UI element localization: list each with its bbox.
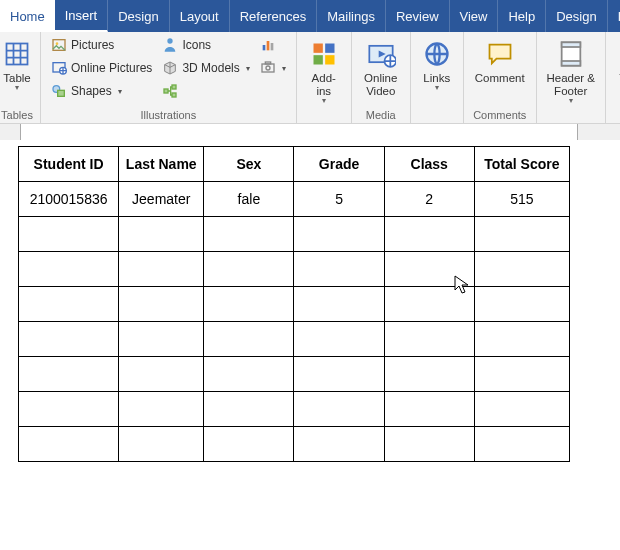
table-cell[interactable] <box>384 217 474 252</box>
tab-references[interactable]: References <box>230 0 317 32</box>
table-cell[interactable] <box>204 287 294 322</box>
pictures-button[interactable]: Pictures <box>47 34 156 56</box>
smartart-icon <box>162 83 178 99</box>
table-cell[interactable] <box>119 357 204 392</box>
table-cell[interactable] <box>294 252 384 287</box>
table-cell[interactable] <box>474 392 569 427</box>
table-cell[interactable]: 2100015836 <box>19 182 119 217</box>
table-cell[interactable] <box>474 217 569 252</box>
table-header-cell[interactable]: Total Score <box>474 147 569 182</box>
table-header-cell[interactable]: Class <box>384 147 474 182</box>
3d-models-button[interactable]: 3D Models <box>158 57 253 79</box>
group-links: Links ▾ <box>411 32 464 123</box>
online-video-button[interactable]: Online Video <box>358 34 404 109</box>
shapes-button[interactable]: Shapes <box>47 80 156 102</box>
student-table[interactable]: Student IDLast NameSexGradeClassTotal Sc… <box>18 146 570 462</box>
svg-rect-17 <box>313 44 322 53</box>
addins-button[interactable]: Add- ins ▾ <box>303 34 345 109</box>
document-area[interactable]: Student IDLast NameSexGradeClassTotal Sc… <box>0 142 620 462</box>
table-cell[interactable] <box>19 287 119 322</box>
table-cell[interactable] <box>474 287 569 322</box>
tab-insert[interactable]: Insert <box>55 0 109 32</box>
chart-button[interactable] <box>256 34 290 56</box>
table-row[interactable] <box>19 322 570 357</box>
table-cell[interactable]: fale <box>204 182 294 217</box>
3d-models-label: 3D Models <box>182 61 239 75</box>
table-row[interactable] <box>19 287 570 322</box>
table-cell[interactable] <box>384 392 474 427</box>
table-cell[interactable] <box>119 322 204 357</box>
table-cell[interactable]: 515 <box>474 182 569 217</box>
table-cell[interactable] <box>19 252 119 287</box>
table-cell[interactable] <box>294 357 384 392</box>
table-row[interactable] <box>19 392 570 427</box>
table-cell[interactable] <box>204 357 294 392</box>
table-cell[interactable] <box>119 392 204 427</box>
text-button[interactable]: Text ▾ <box>612 34 620 109</box>
table-cell[interactable] <box>204 217 294 252</box>
table-row[interactable] <box>19 357 570 392</box>
table-cell[interactable]: 5 <box>294 182 384 217</box>
tab-table-layout[interactable]: Layout <box>608 0 620 32</box>
table-cell[interactable] <box>19 427 119 462</box>
table-header-cell[interactable]: Student ID <box>19 147 119 182</box>
table-row[interactable] <box>19 427 570 462</box>
table-cell[interactable] <box>384 287 474 322</box>
table-cell[interactable] <box>384 252 474 287</box>
svg-rect-13 <box>270 43 273 50</box>
table-cell[interactable] <box>474 322 569 357</box>
table-cell[interactable]: 2 <box>384 182 474 217</box>
svg-point-3 <box>56 42 59 45</box>
table-cell[interactable] <box>294 217 384 252</box>
table-button[interactable]: Table ▾ <box>0 34 34 109</box>
icons-button[interactable]: Icons <box>158 34 253 56</box>
table-cell[interactable] <box>119 252 204 287</box>
table-cell[interactable] <box>294 427 384 462</box>
table-cell[interactable] <box>119 287 204 322</box>
table-cell[interactable] <box>294 287 384 322</box>
table-cell[interactable] <box>474 252 569 287</box>
table-cell[interactable] <box>19 357 119 392</box>
screenshot-icon <box>260 60 276 76</box>
table-cell[interactable] <box>204 252 294 287</box>
table-header-cell[interactable]: Sex <box>204 147 294 182</box>
table-cell[interactable] <box>204 427 294 462</box>
tab-view[interactable]: View <box>450 0 499 32</box>
table-cell[interactable] <box>19 392 119 427</box>
3d-models-icon <box>162 60 178 76</box>
table-cell[interactable] <box>119 427 204 462</box>
table-cell[interactable] <box>204 392 294 427</box>
tab-design[interactable]: Design <box>108 0 169 32</box>
table-header-cell[interactable]: Grade <box>294 147 384 182</box>
table-cell[interactable] <box>384 357 474 392</box>
comment-button[interactable]: Comment <box>470 34 530 109</box>
screenshot-button[interactable] <box>256 57 290 79</box>
table-cell[interactable] <box>384 322 474 357</box>
table-cell[interactable]: Jeemater <box>119 182 204 217</box>
group-text: Text ▾ Sym <box>606 32 620 123</box>
table-cell[interactable] <box>204 322 294 357</box>
table-cell[interactable] <box>19 322 119 357</box>
tab-help[interactable]: Help <box>498 0 546 32</box>
table-row[interactable]: 2100015836Jeematerfale52515 <box>19 182 570 217</box>
tab-layout[interactable]: Layout <box>170 0 230 32</box>
table-row[interactable] <box>19 252 570 287</box>
online-pictures-button[interactable]: Online Pictures <box>47 57 156 79</box>
header-footer-button[interactable]: Header & Footer ▾ <box>543 34 599 109</box>
table-cell[interactable] <box>119 217 204 252</box>
tab-table-design[interactable]: Design <box>546 0 607 32</box>
links-button[interactable]: Links ▾ <box>417 34 457 109</box>
table-cell[interactable] <box>294 392 384 427</box>
smartart-button[interactable] <box>158 80 253 102</box>
tab-home[interactable]: Home <box>0 0 55 32</box>
table-cell[interactable] <box>384 427 474 462</box>
table-cell[interactable] <box>19 217 119 252</box>
table-cell[interactable] <box>474 357 569 392</box>
tab-review[interactable]: Review <box>386 0 450 32</box>
tab-mailings[interactable]: Mailings <box>317 0 386 32</box>
table-row[interactable] <box>19 217 570 252</box>
table-header-cell[interactable]: Last Name <box>119 147 204 182</box>
table-cell[interactable] <box>294 322 384 357</box>
table-cell[interactable] <box>474 427 569 462</box>
svg-point-15 <box>266 66 270 70</box>
